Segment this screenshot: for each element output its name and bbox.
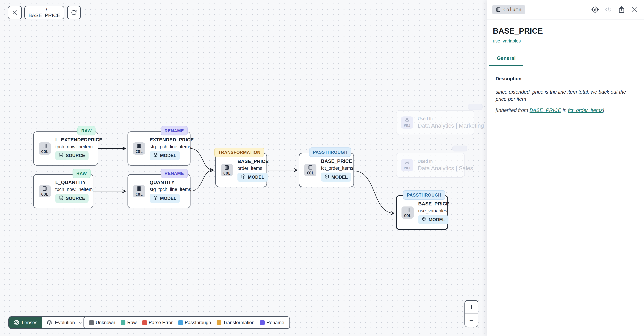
column-type-chip: COL xyxy=(221,164,233,176)
legend-label: Parse Error xyxy=(149,320,173,325)
legend-label: Unknown xyxy=(96,320,115,325)
legend-swatch xyxy=(121,320,126,325)
used-in-name: Data Analytics | Marketing xyxy=(418,122,484,129)
lenses-control-group: Lenses Evolution xyxy=(8,316,88,329)
legend-item: Parse Error xyxy=(142,320,173,325)
view-code-button[interactable] xyxy=(604,6,612,14)
inherited-column-link[interactable]: BASE_PRICE xyxy=(530,107,561,113)
node-kind-chip: MODEL xyxy=(321,173,351,182)
used-in-node[interactable]: PRJ Used In Data Analytics | Marketing xyxy=(396,110,474,135)
legend-label: Passthrough xyxy=(185,320,211,325)
cube-icon xyxy=(241,174,246,180)
lineage-node[interactable]: RAW COL L_QUANTITY tpch_now.lineitem SOU… xyxy=(33,174,94,208)
column-type-chip: COL xyxy=(402,206,414,219)
column-type-label: COL xyxy=(135,149,143,154)
compass-icon xyxy=(591,6,599,14)
node-title: L_EXTENDEDPRICE xyxy=(55,137,95,143)
node-kind-chip: SOURCE xyxy=(55,151,88,160)
zoom-out-button[interactable]: − xyxy=(465,314,478,327)
lineage-node[interactable]: RENAME COL EXTENDED_PRICE stg_tpch_line_… xyxy=(128,131,190,166)
lineage-app: .. / BASE_PRICE RAW COL L_EXTENDEDPRICE … xyxy=(0,0,644,336)
legend-swatch xyxy=(142,320,147,325)
legend-swatch xyxy=(216,320,221,325)
ghost-evolution-badge xyxy=(468,104,482,110)
legend-swatch xyxy=(178,320,183,325)
lineage-node[interactable]: PASSTHROUGH COL BASE_PRICE fct_order_ite… xyxy=(299,153,354,187)
column-type-chip: COL xyxy=(133,142,145,155)
project-icon xyxy=(405,118,410,123)
entity-type-badge: Column xyxy=(492,5,525,14)
share-button[interactable] xyxy=(618,6,626,14)
evolution-legend: Unknown Raw Parse Error Passthrough Tran… xyxy=(84,316,290,329)
column-type-label: COL xyxy=(41,192,48,197)
close-panel-button[interactable] xyxy=(631,6,639,14)
cube-icon xyxy=(153,153,158,159)
legend-item: Transformation xyxy=(216,320,254,325)
legend-swatch xyxy=(260,320,264,325)
lineage-canvas[interactable]: .. / BASE_PRICE RAW COL L_EXTENDEDPRICE … xyxy=(0,0,487,336)
column-type-label: COL xyxy=(307,171,314,175)
lenses-label: Lenses xyxy=(22,320,38,325)
project-icon xyxy=(405,160,410,166)
column-type-chip: COL xyxy=(38,185,51,197)
lineage-node[interactable]: RAW COL L_EXTENDEDPRICE tpch_now.lineite… xyxy=(33,131,98,166)
legend-label: Transformation xyxy=(223,320,254,325)
lineage-edge xyxy=(190,149,213,170)
columns-icon xyxy=(405,207,410,213)
panel-tabs: General xyxy=(487,55,644,66)
node-kind-label: MODEL xyxy=(429,217,445,222)
node-kind-label: MODEL xyxy=(332,174,348,180)
node-kind-label: SOURCE xyxy=(66,153,85,158)
column-type-chip: COL xyxy=(133,185,145,197)
project-type-chip: PRJ xyxy=(401,117,413,129)
column-type-label: COL xyxy=(135,192,143,197)
lineage-node[interactable]: RENAME COL QUANTITY stg_tpch_line_items … xyxy=(128,174,190,208)
legend-item: Unknown xyxy=(89,320,115,325)
inherited-prefix: [Inherited from xyxy=(496,107,530,113)
node-subtitle: stg_tpch_line_items xyxy=(150,187,187,192)
column-type-label: COL xyxy=(223,171,230,175)
node-title: BASE_PRICE xyxy=(321,158,351,164)
node-kind-label: MODEL xyxy=(160,153,176,158)
database-icon xyxy=(59,153,64,159)
node-title: EXTENDED_PRICE xyxy=(150,137,187,143)
used-in-name: Data Analytics | Sales xyxy=(418,165,473,172)
used-in-label: Used In xyxy=(418,116,484,121)
lenses-button[interactable]: Lenses xyxy=(9,317,42,328)
lineage-edge xyxy=(354,171,394,213)
evolution-label: Evolution xyxy=(55,320,75,325)
columns-icon xyxy=(136,143,142,149)
zoom-in-button[interactable]: + xyxy=(465,301,478,314)
legend-item: Raw xyxy=(121,320,137,325)
inherited-model-link[interactable]: fct_order_items xyxy=(568,107,603,113)
inherited-middle: in xyxy=(561,107,568,113)
node-title: L_QUANTITY xyxy=(55,180,90,185)
detail-panel: Column xyxy=(487,0,644,336)
legend-item: Rename xyxy=(260,320,284,325)
share-icon xyxy=(618,6,626,14)
node-kind-label: MODEL xyxy=(248,174,264,180)
node-kind-chip: MODEL xyxy=(150,151,180,160)
node-subtitle: fct_order_items xyxy=(321,166,351,171)
evolution-lens-dropdown[interactable]: Evolution xyxy=(42,317,88,328)
explore-button[interactable] xyxy=(591,6,599,14)
description-heading: Description xyxy=(496,76,635,82)
model-link[interactable]: use_variables xyxy=(493,38,521,44)
ghost-evolution-badge xyxy=(452,146,467,151)
legend-label: Raw xyxy=(127,320,137,325)
node-subtitle: tpch_now.lineitem xyxy=(55,187,90,192)
column-type-label: COL xyxy=(41,149,48,154)
node-kind-chip: SOURCE xyxy=(55,194,88,203)
legend-item: Passthrough xyxy=(178,320,211,325)
columns-icon xyxy=(136,186,142,192)
cube-icon xyxy=(153,195,158,201)
used-in-node[interactable]: PRJ Used In Data Analytics | Sales xyxy=(396,153,465,178)
inherited-suffix: ] xyxy=(603,107,604,113)
aperture-icon xyxy=(14,320,19,325)
database-icon xyxy=(59,195,64,201)
inherited-note: [Inherited from BASE_PRICE in fct_order_… xyxy=(496,107,635,113)
lineage-node[interactable]: PASSTHROUGH COL BASE_PRICE use_variables… xyxy=(396,195,448,230)
entity-type-label: Column xyxy=(503,7,522,13)
lineage-node[interactable]: TRANSFORMATION COL BASE_PRICE order_item… xyxy=(215,153,267,187)
tab-general[interactable]: General xyxy=(489,55,523,66)
